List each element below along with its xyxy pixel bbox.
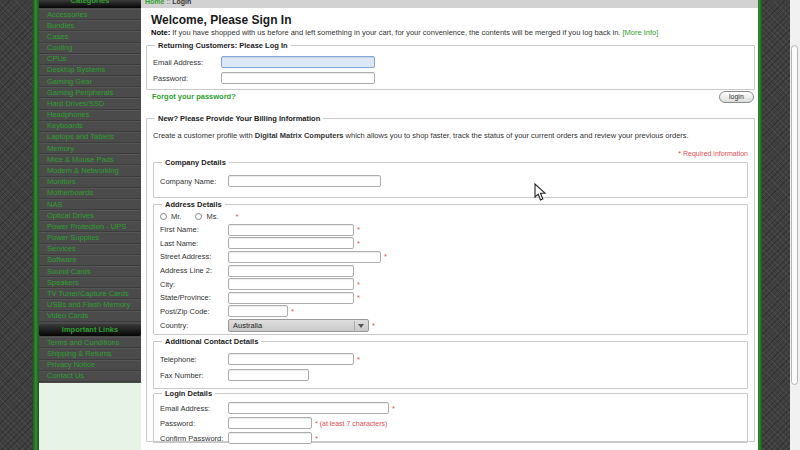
city-row: City: * [160,278,743,290]
telephone-row: Telephone: * [160,353,743,365]
sidebar-category-item[interactable]: Gaming Peripherals [39,87,141,98]
sidebar-category-item[interactable]: USBs and Flash Memory [39,299,141,310]
important-links-list: Terms and Conditions Shipping & Returns … [39,337,141,382]
required-marker: * [384,252,387,261]
city-input[interactable] [228,278,354,290]
sidebar-link-item[interactable]: Privacy Notice [39,360,141,371]
address-details-fieldset: Address Details Mr. Ms. * First Name: * [153,204,748,335]
required-marker: * [315,434,318,443]
sidebar-category-item[interactable]: Memory [39,143,141,154]
fax-input[interactable] [228,369,309,381]
important-links-title: Important Links [62,325,118,334]
sidebar-category-item[interactable]: TV Tuner/Capture Cards [39,288,141,299]
login-password-input[interactable] [221,72,375,84]
login-email-row: Email Address: [153,56,748,68]
country-select[interactable]: Australia [228,319,369,332]
zip-input[interactable] [228,305,288,317]
sidebar-link-item[interactable]: Contact Us [39,371,141,382]
sidebar-category-item[interactable]: Accessories [39,9,141,20]
sidebar-category-item[interactable]: Bundles [39,20,141,31]
sidebar-category-item[interactable]: Hard Drives/SSD [39,98,141,109]
address-line2-input[interactable] [228,265,354,277]
sidebar: Categories Accessories Bundles Cases Coo… [39,0,141,383]
confirm-password-label: Confirm Password: [160,434,228,443]
sidebar-category-item[interactable]: NAS [39,199,141,210]
country-selected-value: Australia [233,321,262,330]
country-row: Country: Australia * [160,319,743,331]
gender-ms-radio[interactable] [195,213,202,220]
confirm-password-input[interactable] [228,432,312,444]
telephone-input[interactable] [228,353,354,365]
last-name-input[interactable] [228,237,354,249]
sidebar-category-item[interactable]: Gaming Gear [39,76,141,87]
required-marker: * [392,404,395,413]
returning-customers-legend: Returning Customers: Please Log In [155,41,291,50]
sidebar-link-item[interactable]: Shipping & Returns [39,348,141,359]
login-button[interactable]: login [719,91,754,103]
street-address-input[interactable] [228,251,381,263]
confirm-password-row: Confirm Password: * [160,432,743,444]
required-marker: * [372,321,375,330]
login-email-input[interactable] [221,56,375,68]
sidebar-category-item[interactable]: Motherboards [39,188,141,199]
sidebar-category-item[interactable]: Headphones [39,110,141,121]
new-password-input[interactable] [228,417,312,429]
sidebar-category-item[interactable]: Mice & Mouse Pads [39,154,141,165]
sidebar-category-item[interactable]: Video Cards [39,311,141,322]
new-email-input[interactable] [228,402,389,414]
sidebar-category-item[interactable]: Optical Drives [39,210,141,221]
sidebar-category-item[interactable]: Speakers [39,277,141,288]
main-content: Home :: Login Welcome, Please Sign In No… [141,0,758,450]
address-details-legend: Address Details [162,200,225,209]
new-password-row: Password: * (at least 7 characters) [160,417,743,429]
required-marker: * [291,307,294,316]
sidebar-category-item[interactable]: Modem & Networking [39,165,141,176]
state-input[interactable] [228,292,354,304]
company-name-label: Company Name: [160,177,228,186]
sidebar-category-item[interactable]: Sound Cards [39,266,141,277]
sidebar-category-item[interactable]: Desktop Systems [39,65,141,76]
sidebar-category-item[interactable]: Keyboards [39,121,141,132]
scrollbar-thumb[interactable] [791,45,798,385]
required-marker: * [357,280,360,289]
required-marker: * [357,293,360,302]
breadcrumb-home-link[interactable]: Home [145,0,164,5]
page: Categories Accessories Bundles Cases Coo… [0,0,800,450]
sidebar-category-item[interactable]: Software [39,255,141,266]
last-name-label: Last Name: [160,239,228,248]
sidebar-category-item[interactable]: CPUs [39,54,141,65]
sidebar-category-item[interactable]: Cases [39,31,141,42]
login-password-label: Password: [153,74,221,83]
sidebar-category-item[interactable]: Monitors [39,177,141,188]
state-label: State/Province: [160,293,228,302]
vertical-scrollbar[interactable] [790,0,800,450]
fax-row: Fax Number: [160,369,743,381]
more-info-link[interactable]: [More Info] [623,28,659,37]
sidebar-category-item[interactable]: Power Supplies [39,232,141,243]
sidebar-footer-area [39,383,141,450]
note-label: Note: [151,28,170,37]
first-name-row: First Name: * [160,224,743,236]
company-name-input[interactable] [228,175,381,187]
sidebar-category-item[interactable]: Laptops and Tablets [39,132,141,143]
returning-customers-fieldset: Returning Customers: Please Log In Email… [146,45,755,90]
login-details-fieldset: Login Details Email Address: * Password:… [153,393,748,443]
street-address-label: Street Address: [160,252,228,261]
login-email-label: Email Address: [153,58,221,67]
sidebar-category-item[interactable]: Cooling [39,43,141,54]
last-name-row: Last Name: * [160,237,743,249]
login-details-legend: Login Details [162,389,215,398]
company-name-row: Company Name: [160,175,743,187]
forgot-password-link[interactable]: Forgot your password? [152,92,236,101]
sidebar-category-item[interactable]: Services [39,244,141,255]
sidebar-link-item[interactable]: Terms and Conditions [39,337,141,348]
chevron-down-icon [358,324,364,328]
required-information-note: * Required information [678,150,748,157]
new-email-label: Email Address: [160,404,228,413]
note-text: Note: If you have shopped with us before… [151,28,751,37]
brand-name: Digital Matrix Computers [255,131,344,140]
sidebar-category-item[interactable]: Power Protection - UPS [39,221,141,232]
first-name-input[interactable] [228,224,354,236]
gender-mr-radio[interactable] [160,213,167,220]
telephone-label: Telephone: [160,355,228,364]
